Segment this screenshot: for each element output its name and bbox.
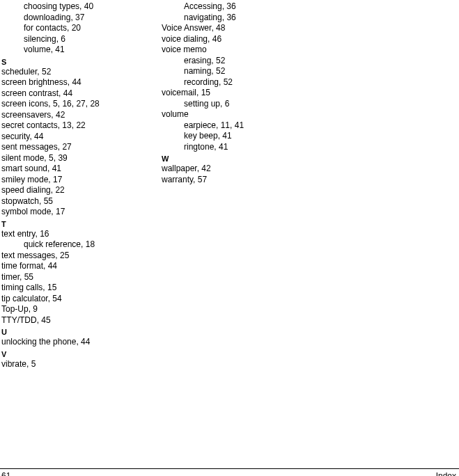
index-entry: smiley mode, 17 <box>1 175 155 186</box>
index-entry: Top-Up, 9 <box>1 304 155 315</box>
index-entry: voice dialing, 46 <box>162 34 315 45</box>
index-entry: time format, 44 <box>1 261 155 272</box>
index-entry: silent mode, 5, 39 <box>1 153 155 164</box>
page-title: Index <box>436 471 456 476</box>
index-entry: secret contacts, 13, 22 <box>1 120 155 132</box>
index-entry: text entry, 16 <box>1 229 155 240</box>
index-entry: speed dialing, 22 <box>1 185 155 196</box>
index-entry: choosing types, 40 <box>1 1 155 13</box>
index-entry: screen brightness, 44 <box>1 77 155 88</box>
index-entry: Accessing, 36 <box>162 1 315 13</box>
index-entry: screensavers, 42 <box>1 110 155 121</box>
index-entry: vibrate, 5 <box>1 359 155 370</box>
index-entry: symbol mode, 17 <box>1 207 155 218</box>
index-entry: text messages, 25 <box>1 251 155 262</box>
index-entry: navigating, 36 <box>162 13 315 24</box>
index-entry: scheduler, 52 <box>1 67 155 78</box>
index-entry: silencing, 6 <box>1 34 155 45</box>
index-entry: tip calculator, 54 <box>1 294 155 305</box>
index-entry: setting up, 6 <box>162 99 315 110</box>
index-entry: ringtone, 41 <box>162 142 315 153</box>
letter-heading-s: S <box>1 57 155 67</box>
index-column-2: Accessing, 36navigating, 36 Voice Answer… <box>162 1 322 370</box>
index-column-1: choosing types, 40downloading, 37for con… <box>1 1 162 370</box>
index-entry: downloading, 37 <box>1 13 155 24</box>
index-entry: security, 44 <box>1 132 155 143</box>
index-entry: unlocking the phone, 44 <box>1 337 155 348</box>
index-entry: for contacts, 20 <box>1 23 155 34</box>
index-entry: timing calls, 15 <box>1 283 155 294</box>
letter-heading-w: W <box>162 154 315 164</box>
index-entry: Voice Answer, 48 <box>162 23 315 34</box>
index-entry: recording, 52 <box>162 77 315 88</box>
index-entry: screen icons, 5, 16, 27, 28 <box>1 99 155 110</box>
index-entry: quick reference, 18 <box>1 239 155 251</box>
index-entry: timer, 55 <box>1 272 155 283</box>
index-entry: stopwatch, 55 <box>1 196 155 207</box>
index-entry: voice memo <box>162 45 315 56</box>
index-entry: volume <box>162 109 315 120</box>
page-number: 61 <box>1 471 10 476</box>
index-entry: naming, 52 <box>162 66 315 77</box>
index-entry: wallpaper, 42 <box>162 164 315 175</box>
index-entry: earpiece, 11, 41 <box>162 120 315 132</box>
letter-heading-v: V <box>1 349 155 359</box>
index-entry: key beep, 41 <box>162 131 315 142</box>
letter-heading-t: T <box>1 219 155 229</box>
index-entry: erasing, 52 <box>162 56 315 67</box>
index-entry: TTY/TDD, 45 <box>1 315 155 326</box>
index-entry: voicemail, 15 <box>162 88 315 99</box>
index-entry: smart sound, 41 <box>1 164 155 175</box>
index-entry: screen contrast, 44 <box>1 88 155 100</box>
footer: 61 Index <box>0 468 459 470</box>
letter-heading-u: U <box>1 327 155 337</box>
index-entry: volume, 41 <box>1 45 155 56</box>
index-entry: warranty, 57 <box>162 175 315 186</box>
index-entry: sent messages, 27 <box>1 142 155 153</box>
